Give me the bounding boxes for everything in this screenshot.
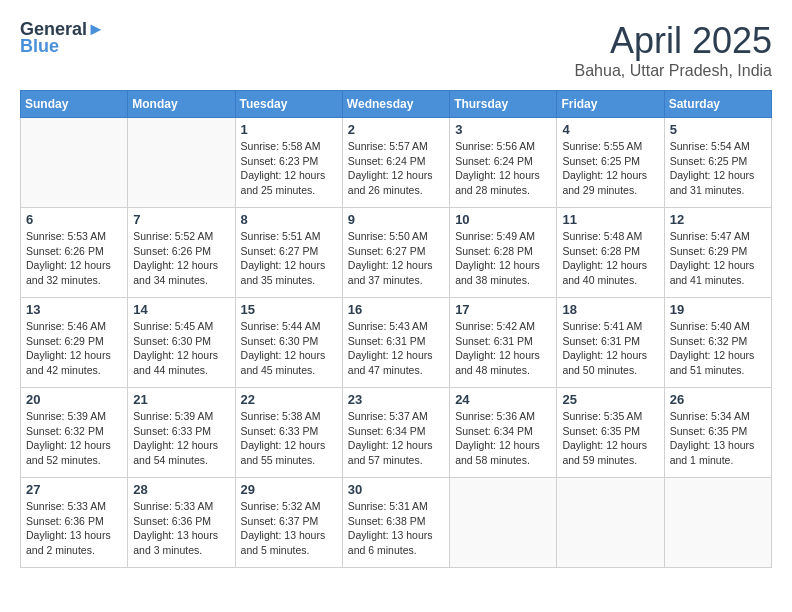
day-info: Sunrise: 5:55 AM Sunset: 6:25 PM Dayligh… <box>562 139 658 198</box>
day-number: 9 <box>348 212 444 227</box>
day-cell: 23Sunrise: 5:37 AM Sunset: 6:34 PM Dayli… <box>342 388 449 478</box>
day-cell <box>128 118 235 208</box>
day-number: 2 <box>348 122 444 137</box>
day-cell: 28Sunrise: 5:33 AM Sunset: 6:36 PM Dayli… <box>128 478 235 568</box>
day-info: Sunrise: 5:34 AM Sunset: 6:35 PM Dayligh… <box>670 409 766 468</box>
day-cell: 25Sunrise: 5:35 AM Sunset: 6:35 PM Dayli… <box>557 388 664 478</box>
header-cell-wednesday: Wednesday <box>342 91 449 118</box>
header-cell-saturday: Saturday <box>664 91 771 118</box>
day-info: Sunrise: 5:52 AM Sunset: 6:26 PM Dayligh… <box>133 229 229 288</box>
day-info: Sunrise: 5:38 AM Sunset: 6:33 PM Dayligh… <box>241 409 337 468</box>
day-cell: 10Sunrise: 5:49 AM Sunset: 6:28 PM Dayli… <box>450 208 557 298</box>
day-number: 7 <box>133 212 229 227</box>
page-header: General► Blue April 2025 Bahua, Uttar Pr… <box>20 20 772 80</box>
day-info: Sunrise: 5:56 AM Sunset: 6:24 PM Dayligh… <box>455 139 551 198</box>
header-cell-tuesday: Tuesday <box>235 91 342 118</box>
day-cell: 17Sunrise: 5:42 AM Sunset: 6:31 PM Dayli… <box>450 298 557 388</box>
day-number: 4 <box>562 122 658 137</box>
title-block: April 2025 Bahua, Uttar Pradesh, India <box>575 20 772 80</box>
day-info: Sunrise: 5:54 AM Sunset: 6:25 PM Dayligh… <box>670 139 766 198</box>
calendar-title: April 2025 <box>575 20 772 62</box>
day-cell: 6Sunrise: 5:53 AM Sunset: 6:26 PM Daylig… <box>21 208 128 298</box>
day-number: 8 <box>241 212 337 227</box>
day-info: Sunrise: 5:37 AM Sunset: 6:34 PM Dayligh… <box>348 409 444 468</box>
week-row-5: 27Sunrise: 5:33 AM Sunset: 6:36 PM Dayli… <box>21 478 772 568</box>
day-info: Sunrise: 5:32 AM Sunset: 6:37 PM Dayligh… <box>241 499 337 558</box>
day-cell: 7Sunrise: 5:52 AM Sunset: 6:26 PM Daylig… <box>128 208 235 298</box>
day-info: Sunrise: 5:39 AM Sunset: 6:32 PM Dayligh… <box>26 409 122 468</box>
day-number: 28 <box>133 482 229 497</box>
day-cell: 19Sunrise: 5:40 AM Sunset: 6:32 PM Dayli… <box>664 298 771 388</box>
day-info: Sunrise: 5:39 AM Sunset: 6:33 PM Dayligh… <box>133 409 229 468</box>
header-cell-sunday: Sunday <box>21 91 128 118</box>
header-cell-friday: Friday <box>557 91 664 118</box>
day-info: Sunrise: 5:45 AM Sunset: 6:30 PM Dayligh… <box>133 319 229 378</box>
day-cell: 30Sunrise: 5:31 AM Sunset: 6:38 PM Dayli… <box>342 478 449 568</box>
header-row: SundayMondayTuesdayWednesdayThursdayFrid… <box>21 91 772 118</box>
day-info: Sunrise: 5:46 AM Sunset: 6:29 PM Dayligh… <box>26 319 122 378</box>
day-cell: 15Sunrise: 5:44 AM Sunset: 6:30 PM Dayli… <box>235 298 342 388</box>
day-info: Sunrise: 5:47 AM Sunset: 6:29 PM Dayligh… <box>670 229 766 288</box>
day-number: 14 <box>133 302 229 317</box>
day-info: Sunrise: 5:48 AM Sunset: 6:28 PM Dayligh… <box>562 229 658 288</box>
day-number: 18 <box>562 302 658 317</box>
day-number: 27 <box>26 482 122 497</box>
day-cell: 5Sunrise: 5:54 AM Sunset: 6:25 PM Daylig… <box>664 118 771 208</box>
day-info: Sunrise: 5:36 AM Sunset: 6:34 PM Dayligh… <box>455 409 551 468</box>
day-cell: 16Sunrise: 5:43 AM Sunset: 6:31 PM Dayli… <box>342 298 449 388</box>
calendar-subtitle: Bahua, Uttar Pradesh, India <box>575 62 772 80</box>
day-info: Sunrise: 5:33 AM Sunset: 6:36 PM Dayligh… <box>26 499 122 558</box>
day-info: Sunrise: 5:41 AM Sunset: 6:31 PM Dayligh… <box>562 319 658 378</box>
day-number: 13 <box>26 302 122 317</box>
day-number: 25 <box>562 392 658 407</box>
calendar-header: SundayMondayTuesdayWednesdayThursdayFrid… <box>21 91 772 118</box>
day-info: Sunrise: 5:49 AM Sunset: 6:28 PM Dayligh… <box>455 229 551 288</box>
day-number: 23 <box>348 392 444 407</box>
day-number: 29 <box>241 482 337 497</box>
day-cell: 13Sunrise: 5:46 AM Sunset: 6:29 PM Dayli… <box>21 298 128 388</box>
day-cell: 11Sunrise: 5:48 AM Sunset: 6:28 PM Dayli… <box>557 208 664 298</box>
day-cell: 2Sunrise: 5:57 AM Sunset: 6:24 PM Daylig… <box>342 118 449 208</box>
day-number: 26 <box>670 392 766 407</box>
day-cell <box>450 478 557 568</box>
day-number: 20 <box>26 392 122 407</box>
day-cell: 27Sunrise: 5:33 AM Sunset: 6:36 PM Dayli… <box>21 478 128 568</box>
week-row-1: 1Sunrise: 5:58 AM Sunset: 6:23 PM Daylig… <box>21 118 772 208</box>
day-cell: 24Sunrise: 5:36 AM Sunset: 6:34 PM Dayli… <box>450 388 557 478</box>
day-number: 12 <box>670 212 766 227</box>
day-cell: 21Sunrise: 5:39 AM Sunset: 6:33 PM Dayli… <box>128 388 235 478</box>
day-number: 6 <box>26 212 122 227</box>
day-info: Sunrise: 5:53 AM Sunset: 6:26 PM Dayligh… <box>26 229 122 288</box>
day-info: Sunrise: 5:33 AM Sunset: 6:36 PM Dayligh… <box>133 499 229 558</box>
day-cell: 3Sunrise: 5:56 AM Sunset: 6:24 PM Daylig… <box>450 118 557 208</box>
day-cell <box>21 118 128 208</box>
day-info: Sunrise: 5:44 AM Sunset: 6:30 PM Dayligh… <box>241 319 337 378</box>
day-cell <box>557 478 664 568</box>
day-info: Sunrise: 5:50 AM Sunset: 6:27 PM Dayligh… <box>348 229 444 288</box>
day-number: 24 <box>455 392 551 407</box>
day-number: 21 <box>133 392 229 407</box>
day-number: 22 <box>241 392 337 407</box>
day-info: Sunrise: 5:40 AM Sunset: 6:32 PM Dayligh… <box>670 319 766 378</box>
day-number: 10 <box>455 212 551 227</box>
calendar-table: SundayMondayTuesdayWednesdayThursdayFrid… <box>20 90 772 568</box>
day-cell: 1Sunrise: 5:58 AM Sunset: 6:23 PM Daylig… <box>235 118 342 208</box>
day-info: Sunrise: 5:43 AM Sunset: 6:31 PM Dayligh… <box>348 319 444 378</box>
day-cell: 20Sunrise: 5:39 AM Sunset: 6:32 PM Dayli… <box>21 388 128 478</box>
day-number: 30 <box>348 482 444 497</box>
day-number: 1 <box>241 122 337 137</box>
day-cell: 29Sunrise: 5:32 AM Sunset: 6:37 PM Dayli… <box>235 478 342 568</box>
day-number: 5 <box>670 122 766 137</box>
day-cell: 26Sunrise: 5:34 AM Sunset: 6:35 PM Dayli… <box>664 388 771 478</box>
week-row-4: 20Sunrise: 5:39 AM Sunset: 6:32 PM Dayli… <box>21 388 772 478</box>
day-number: 11 <box>562 212 658 227</box>
day-number: 17 <box>455 302 551 317</box>
day-info: Sunrise: 5:42 AM Sunset: 6:31 PM Dayligh… <box>455 319 551 378</box>
day-number: 19 <box>670 302 766 317</box>
day-cell: 12Sunrise: 5:47 AM Sunset: 6:29 PM Dayli… <box>664 208 771 298</box>
day-number: 3 <box>455 122 551 137</box>
logo: General► Blue <box>20 20 105 57</box>
day-number: 16 <box>348 302 444 317</box>
header-cell-monday: Monday <box>128 91 235 118</box>
calendar-body: 1Sunrise: 5:58 AM Sunset: 6:23 PM Daylig… <box>21 118 772 568</box>
